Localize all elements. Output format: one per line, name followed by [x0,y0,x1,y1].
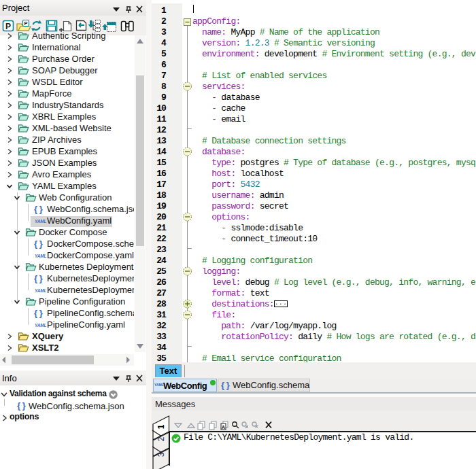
svg-text:2: 2 [156,436,166,441]
svg-text:A: A [222,424,226,430]
svg-text:1: 1 [156,424,166,429]
svg-text:3: 3 [156,452,166,457]
